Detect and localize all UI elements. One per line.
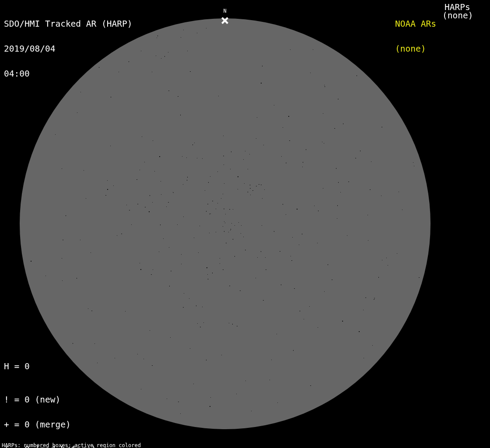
footnote-harps: HARPs: numbered boxes; active region col…: [2, 443, 185, 448]
north-label: N: [219, 8, 231, 14]
legend-item-merge: + = 0 (merge): [4, 420, 102, 429]
page-title: SDO/HMI Tracked AR (HARP): [4, 20, 133, 28]
header: SDO/HMI Tracked AR (HARP) 2019/08/04 04:…: [4, 3, 133, 94]
harp-count: H = 0: [4, 362, 30, 371]
footnotes: HARPs: numbered boxes; active region col…: [2, 433, 185, 448]
north-pole-cross-icon: [221, 17, 229, 24]
observation-date: 2019/08/04: [4, 45, 133, 53]
legend-item-new: ! = 0 (new): [4, 396, 102, 404]
noaa-ars-value: (none): [395, 45, 436, 53]
noaa-ars-status: NOAA ARs (none): [395, 3, 436, 70]
harps-status-value: (none): [442, 11, 473, 20]
noaa-ars-label: NOAA ARs: [395, 20, 436, 28]
harp-tracker-view: SDO/HMI Tracked AR (HARP) 2019/08/04 04:…: [0, 0, 490, 448]
observation-time: 04:00: [4, 70, 133, 78]
